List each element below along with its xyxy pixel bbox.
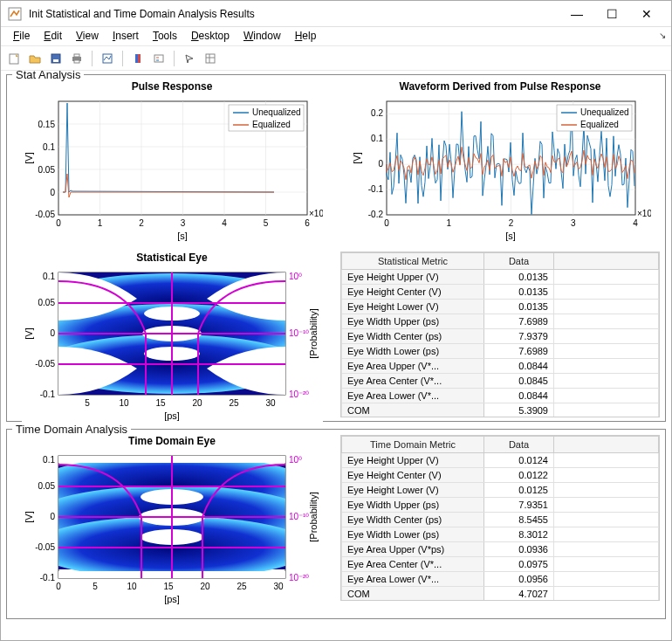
edit-plot-button[interactable] (180, 49, 199, 68)
metric-cell: Eye Width Lower (ps) (342, 344, 484, 359)
table-row[interactable]: Eye Height Upper (V)0.0124 (342, 453, 659, 468)
svg-text:×10⁻⁹: ×10⁻⁹ (637, 209, 651, 218)
time-domain-eye-plot[interactable]: Time Domain Eye (12, 435, 332, 606)
menu-insert[interactable]: Insert (106, 27, 146, 45)
col-header-data[interactable]: Data (484, 253, 554, 270)
td-table-container: Time Domain Metric Data Eye Height Upper… (340, 435, 660, 606)
plot-title: Statistical Eye (136, 252, 207, 264)
value-cell: 7.6989 (484, 314, 554, 329)
svg-text:30: 30 (265, 398, 276, 408)
svg-rect-7 (103, 54, 112, 63)
table-row[interactable]: Eye Area Center (V*...0.0845 (342, 374, 659, 389)
metric-cell: COM (342, 587, 484, 602)
svg-rect-9 (138, 54, 141, 63)
menu-window[interactable]: Window (237, 27, 288, 45)
value-cell: 8.3012 (484, 527, 554, 542)
table-row[interactable]: Eye Width Upper (ps)7.9351 (342, 498, 659, 513)
value-cell: 0.0844 (484, 359, 554, 374)
svg-text:5: 5 (93, 582, 98, 591)
metric-cell: Eye Height Center (V) (342, 285, 484, 300)
metric-cell: Eye Width Center (ps) (342, 513, 484, 527)
col-header-metric[interactable]: Time Domain Metric (342, 437, 484, 453)
table-row[interactable]: Eye Height Upper (V)0.0135 (342, 270, 659, 285)
table-row[interactable]: Eye Width Center (ps)7.9379 (342, 329, 659, 344)
link-plots-button[interactable] (98, 49, 117, 68)
table-row[interactable]: Eye Width Center (ps)8.5455 (342, 513, 659, 527)
waveform-plot[interactable]: Waveform Derived from Pulse Response (340, 80, 660, 243)
plot-title: Time Domain Eye (128, 435, 216, 447)
metric-cell: Eye Width Upper (ps) (342, 314, 484, 329)
menubar: File Edit View Insert Tools Desktop Wind… (1, 27, 671, 46)
time-domain-panel: Time Domain Analysis Time Domain Eye (6, 429, 666, 619)
table-row[interactable]: Eye Area Lower (V*...0.0844 (342, 389, 659, 403)
col-header-data[interactable]: Data (484, 437, 554, 453)
svg-text:25: 25 (229, 398, 239, 408)
table-row[interactable]: Eye Width Upper (ps)7.6989 (342, 314, 659, 329)
svg-text:10⁻¹⁰: 10⁻¹⁰ (289, 328, 309, 338)
open-property-inspector-button[interactable] (201, 49, 220, 68)
stat-metrics-table[interactable]: Statistical Metric Data Eye Height Upper… (341, 252, 659, 417)
svg-text:[V]: [V] (24, 152, 34, 163)
table-row[interactable]: Eye Height Lower (V)0.0125 (342, 483, 659, 498)
table-row[interactable]: COM5.3909 (342, 403, 659, 418)
minimize-button[interactable]: ― (559, 2, 594, 26)
pulse-response-plot[interactable]: Pulse Response (12, 80, 332, 243)
svg-text:10⁰: 10⁰ (289, 455, 302, 465)
print-button[interactable] (67, 49, 86, 68)
menu-file[interactable]: File (6, 27, 37, 45)
table-row[interactable]: Eye Area Upper (V*ps)0.0936 (342, 542, 659, 557)
toolbar (1, 46, 671, 71)
plot-title: Pulse Response (132, 80, 213, 93)
td-metrics-table[interactable]: Time Domain Metric Data Eye Height Upper… (341, 436, 659, 601)
svg-rect-10 (154, 55, 163, 62)
insert-legend-button[interactable] (149, 49, 168, 68)
open-button[interactable] (25, 49, 45, 68)
svg-text:Equalized: Equalized (580, 120, 619, 129)
value-cell: 8.5455 (484, 513, 554, 527)
table-row[interactable]: Eye Height Center (V)0.0122 (342, 468, 659, 483)
menu-help[interactable]: Help (288, 27, 324, 45)
metric-cell: Eye Area Lower (V*... (342, 572, 484, 587)
menu-edit[interactable]: Edit (37, 27, 69, 45)
svg-text:0.1: 0.1 (43, 142, 55, 152)
dock-arrow-icon[interactable]: ↘ (659, 31, 666, 40)
metric-cell: Eye Area Lower (V*... (342, 389, 484, 403)
table-row[interactable]: Eye Area Lower (V*...0.0956 (342, 572, 659, 587)
menu-view[interactable]: View (69, 27, 106, 45)
svg-text:Unequalized: Unequalized (580, 107, 629, 117)
svg-text:30: 30 (273, 582, 284, 591)
save-button[interactable] (46, 49, 65, 68)
svg-text:-0.05: -0.05 (35, 542, 55, 552)
table-row[interactable]: Eye Height Center (V)0.0135 (342, 285, 659, 300)
value-cell: 0.0975 (484, 557, 554, 572)
svg-rect-8 (135, 54, 138, 63)
menu-tools[interactable]: Tools (146, 27, 184, 45)
col-header-metric[interactable]: Statistical Metric (342, 253, 484, 270)
table-row[interactable]: Eye Area Upper (V*...0.0844 (342, 359, 659, 374)
svg-text:0.05: 0.05 (38, 165, 55, 175)
close-button[interactable]: ✕ (629, 2, 664, 26)
table-row[interactable]: Eye Width Lower (ps)8.3012 (342, 527, 659, 542)
value-cell: 0.0135 (484, 300, 554, 314)
svg-text:0.05: 0.05 (38, 481, 55, 491)
svg-rect-0 (9, 8, 21, 20)
insert-colorbar-button[interactable] (128, 49, 147, 68)
new-figure-button[interactable] (4, 49, 24, 68)
svg-rect-5 (74, 54, 79, 57)
svg-text:0.1: 0.1 (43, 272, 55, 281)
svg-rect-3 (53, 59, 58, 62)
statistical-eye-plot[interactable]: Statistical Eye (12, 252, 332, 423)
svg-text:-0.1: -0.1 (367, 184, 383, 194)
table-row[interactable]: Eye Height Lower (V)0.0135 (342, 300, 659, 314)
table-row[interactable]: COM4.7027 (342, 587, 659, 602)
maximize-button[interactable]: ☐ (594, 2, 629, 26)
svg-text:-0.1: -0.1 (39, 573, 55, 582)
metric-cell: Eye Height Lower (V) (342, 483, 484, 498)
value-cell: 0.0122 (484, 468, 554, 483)
svg-text:4: 4 (222, 218, 227, 228)
table-row[interactable]: Eye Area Center (V*...0.0975 (342, 557, 659, 572)
svg-text:4: 4 (633, 218, 638, 228)
svg-text:[Probability]: [Probability] (308, 492, 319, 541)
menu-desktop[interactable]: Desktop (184, 27, 237, 45)
table-row[interactable]: Eye Width Lower (ps)7.6989 (342, 344, 659, 359)
